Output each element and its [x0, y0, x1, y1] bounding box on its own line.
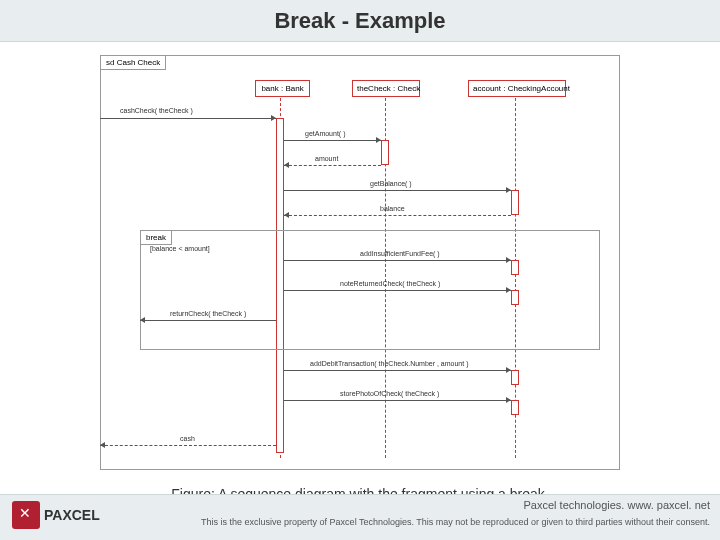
activation-account-1: [511, 190, 519, 215]
arrow-notereturned: [506, 287, 511, 293]
activation-account-4: [511, 370, 519, 385]
line-amount: [284, 165, 381, 166]
line-getbalance: [284, 190, 511, 191]
lifeline-check: theCheck : Check: [352, 80, 420, 97]
arrow-balance: [284, 212, 289, 218]
initiator-msg: cashCheck( theCheck ): [120, 107, 193, 114]
arrow-storephoto: [506, 397, 511, 403]
msg-addfee: addInsufficientFundFee( ): [360, 250, 440, 257]
page-title: Break - Example: [274, 8, 445, 34]
msg-getbalance: getBalance( ): [370, 180, 412, 187]
msg-adddebit: addDebitTransaction( theCheck.Number , a…: [310, 360, 468, 367]
sequence-diagram: sd Cash Check bank : Bank theCheck : Che…: [80, 50, 640, 480]
msg-returncheck: returnCheck( theCheck ): [170, 310, 246, 317]
arrow-addfee: [506, 257, 511, 263]
arrow-getbalance: [506, 187, 511, 193]
outer-frame-label: sd Cash Check: [100, 55, 166, 70]
lifeline-account: account : CheckingAccount: [468, 80, 566, 97]
line-getamount: [284, 140, 381, 141]
title-bar: Break - Example: [0, 0, 720, 42]
lifeline-bank: bank : Bank: [255, 80, 310, 97]
footer-line2: This is the exclusive property of Paxcel…: [201, 517, 710, 527]
arrow-getamount: [376, 137, 381, 143]
break-frame-label: break: [140, 230, 172, 245]
line-balance: [284, 215, 511, 216]
initiator-line: [100, 118, 276, 119]
brand-name: PAXCEL: [44, 507, 100, 523]
msg-amount: amount: [315, 155, 338, 162]
msg-getamount: getAmount( ): [305, 130, 345, 137]
activation-check: [381, 140, 389, 165]
line-notereturned: [284, 290, 511, 291]
brand-logo: PAXCEL: [12, 501, 100, 529]
initiator-arrow: [271, 115, 276, 121]
arrow-adddebit: [506, 367, 511, 373]
arrow-amount: [284, 162, 289, 168]
msg-notereturned: noteReturnedCheck( theCheck ): [340, 280, 440, 287]
break-guard: [balance < amount]: [150, 245, 210, 252]
line-addfee: [284, 260, 511, 261]
footer-line1: Paxcel technologies. www. paxcel. net: [524, 499, 711, 511]
footer: PAXCEL Paxcel technologies. www. paxcel.…: [0, 494, 720, 540]
line-adddebit: [284, 370, 511, 371]
line-cash: [100, 445, 276, 446]
msg-storephoto: storePhotoOfCheck( theCheck ): [340, 390, 439, 397]
activation-account-5: [511, 400, 519, 415]
line-storephoto: [284, 400, 511, 401]
paxcel-icon: [12, 501, 40, 529]
msg-balance: balance: [380, 205, 405, 212]
line-returncheck: [140, 320, 276, 321]
arrow-cash: [100, 442, 105, 448]
msg-cash: cash: [180, 435, 195, 442]
arrow-returncheck: [140, 317, 145, 323]
